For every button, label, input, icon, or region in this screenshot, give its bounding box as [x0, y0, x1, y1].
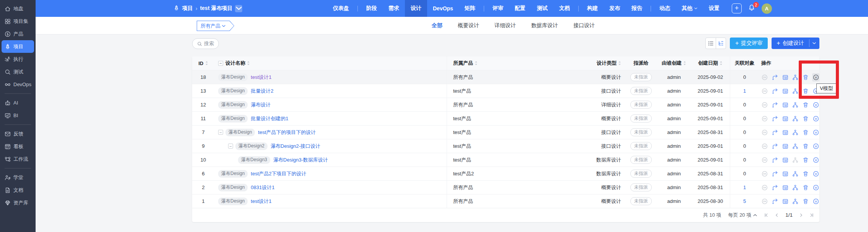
project-switch-caret[interactable] — [235, 5, 242, 12]
delete-icon[interactable] — [802, 170, 809, 178]
design-name-link[interactable]: 0831设计1 — [251, 184, 274, 191]
sidebar-item-BI[interactable]: BI — [2, 109, 34, 122]
ok-icon[interactable]: OK — [761, 183, 768, 192]
detail-icon[interactable] — [782, 73, 789, 82]
sidebar-item-反馈[interactable]: 反馈 — [2, 127, 34, 140]
col-product[interactable]: 所属产品 — [447, 56, 580, 70]
forward-icon[interactable] — [772, 87, 779, 95]
hierarchy-icon[interactable] — [792, 142, 799, 150]
detail-icon[interactable] — [782, 170, 789, 178]
create-design-caret[interactable] — [809, 38, 819, 49]
forward-icon[interactable] — [772, 156, 779, 164]
forward-icon[interactable] — [772, 197, 779, 206]
per-page-select[interactable]: 每页 20 项 — [728, 212, 757, 219]
ok-icon[interactable]: OK — [761, 128, 768, 137]
sidebar-item-看板[interactable]: 看板 — [2, 140, 34, 153]
collapse-row-toggle[interactable]: − — [228, 144, 233, 149]
detail-icon[interactable] — [782, 156, 789, 164]
product-switcher[interactable]: 所有产品 — [197, 21, 234, 31]
hierarchy-icon[interactable] — [792, 114, 799, 123]
hierarchy-icon[interactable] — [792, 101, 799, 109]
design-name-link[interactable]: 瀑布设计 — [251, 101, 271, 108]
detail-icon[interactable] — [782, 114, 789, 123]
menu-item-构建[interactable]: 构建 — [581, 0, 604, 17]
forward-icon[interactable] — [772, 101, 779, 109]
menu-item-其他[interactable]: 其他 — [676, 0, 703, 17]
delete-icon[interactable] — [802, 128, 809, 137]
sidebar-item-项目集[interactable]: 项目集 — [2, 15, 34, 28]
sidebar-item-文档[interactable]: 文档 — [2, 184, 34, 196]
vmodel-icon[interactable]: V — [812, 156, 819, 164]
menu-item-DevOps[interactable]: DevOps — [427, 0, 459, 17]
detail-icon[interactable] — [782, 87, 789, 95]
menu-item-配置[interactable]: 配置 — [509, 0, 531, 17]
col-date[interactable]: 创建日期 — [691, 56, 730, 70]
vmodel-icon[interactable]: V — [812, 73, 819, 82]
ok-icon[interactable]: OK — [761, 170, 768, 178]
design-name-link[interactable]: test产品2下项目下的设计 — [251, 170, 306, 177]
avatar[interactable]: A — [762, 3, 772, 14]
create-design-button[interactable]: + 创建设计 — [772, 38, 809, 49]
menu-item-测试[interactable]: 测试 — [531, 0, 553, 17]
last-page-button[interactable] — [809, 213, 814, 217]
detail-icon[interactable] — [782, 197, 789, 206]
detail-icon[interactable] — [782, 183, 789, 192]
col-name[interactable]: −设计名称 — [214, 56, 447, 70]
menu-item-评审[interactable]: 评审 — [487, 0, 509, 17]
detail-icon[interactable] — [782, 128, 789, 137]
design-name-link[interactable]: test设计1 — [251, 74, 271, 81]
sidebar-item-学堂[interactable]: 学堂 — [2, 171, 34, 184]
col-id[interactable]: ID — [192, 56, 214, 70]
forward-icon[interactable] — [772, 142, 779, 150]
sort-icon[interactable] — [247, 61, 250, 65]
first-page-button[interactable] — [764, 213, 768, 217]
menu-item-发布[interactable]: 发布 — [604, 0, 626, 17]
sidebar-item-执行[interactable]: 执行 — [2, 53, 34, 65]
prev-page-button[interactable] — [775, 213, 779, 217]
sidebar-item-产品[interactable]: 产品 — [2, 28, 34, 40]
detail-icon[interactable] — [782, 101, 789, 109]
hierarchy-icon[interactable] — [792, 197, 799, 206]
global-add-button[interactable]: + — [732, 3, 742, 13]
hierarchy-icon[interactable] — [792, 87, 799, 95]
sidebar-item-测试[interactable]: 测试 — [2, 65, 34, 78]
related-count[interactable]: 1 — [743, 185, 746, 190]
forward-icon[interactable] — [772, 114, 779, 123]
delete-icon[interactable] — [802, 183, 809, 192]
hierarchy-icon[interactable] — [792, 73, 799, 82]
sort-icon[interactable] — [720, 61, 723, 65]
delete-icon[interactable] — [802, 73, 809, 82]
ok-icon[interactable]: OK — [761, 114, 768, 123]
col-creator[interactable]: 由谁创建 — [657, 56, 691, 70]
list-view-button[interactable] — [706, 38, 716, 49]
sidebar-item-AI[interactable]: AI — [2, 96, 34, 109]
ok-icon[interactable]: OK — [761, 101, 768, 109]
search-input[interactable]: 搜索 — [192, 38, 219, 49]
design-name-link[interactable]: 瀑布Design2-接口设计 — [271, 143, 320, 150]
menu-item-阶段[interactable]: 阶段 — [361, 0, 383, 17]
sidebar-item-地盘[interactable]: 地盘 — [2, 2, 34, 15]
design-name-link[interactable]: 批量设计创建的1 — [251, 115, 288, 122]
tab-接口设计[interactable]: 接口设计 — [573, 22, 595, 29]
collapse-all-toggle[interactable]: − — [218, 61, 223, 66]
hierarchy-icon[interactable] — [792, 183, 799, 192]
sidebar-item-资产库[interactable]: 资产库 — [2, 196, 34, 209]
forward-icon[interactable] — [772, 128, 779, 137]
notifications-button[interactable]: 2 — [747, 3, 757, 13]
tab-详细设计[interactable]: 详细设计 — [494, 22, 516, 29]
ok-icon[interactable]: OK — [761, 156, 768, 164]
design-name-link[interactable]: test产品下的项目下的设计 — [258, 129, 316, 136]
vmodel-icon[interactable]: V — [812, 142, 819, 150]
sort-icon[interactable] — [475, 61, 478, 65]
ok-icon[interactable]: OK — [761, 142, 768, 150]
col-actions[interactable]: 操作 — [759, 56, 819, 70]
tab-全部[interactable]: 全部 — [432, 22, 442, 29]
hierarchy-icon[interactable] — [792, 128, 799, 137]
vmodel-icon[interactable]: V — [812, 128, 819, 137]
menu-item-文档[interactable]: 文档 — [553, 0, 576, 17]
hierarchy-icon[interactable] — [792, 156, 799, 164]
ok-icon[interactable]: OK — [761, 197, 768, 206]
sort-icon[interactable] — [683, 61, 686, 65]
next-page-button[interactable] — [799, 213, 803, 217]
ok-icon[interactable]: OK — [761, 73, 768, 82]
